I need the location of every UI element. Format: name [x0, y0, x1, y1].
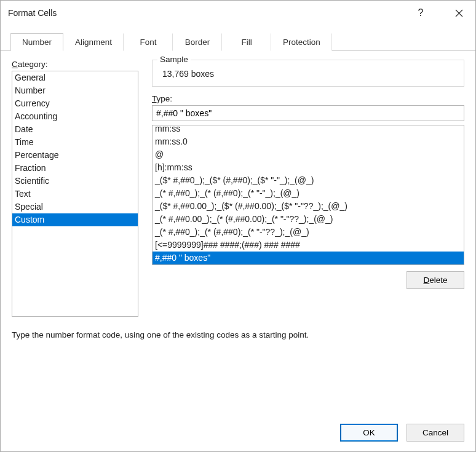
category-item[interactable]: Text	[12, 188, 138, 200]
category-item[interactable]: Number	[12, 84, 138, 97]
tab-number[interactable]: Number	[10, 33, 63, 51]
sample-value: 13,769 boxes	[160, 69, 456, 79]
category-item[interactable]: Time	[12, 136, 138, 149]
format-code-item[interactable]: [<=9999999]### ####;(###) ### ####	[153, 239, 464, 252]
category-label: Category:	[12, 60, 138, 69]
sample-group: Sample 13,769 boxes	[152, 60, 464, 87]
tab-strip: NumberAlignmentFontBorderFillProtection	[1, 33, 475, 51]
tab-protection[interactable]: Protection	[271, 33, 332, 51]
dialog-title: Format Cells	[8, 8, 57, 18]
tab-content-number: Category: GeneralNumberCurrencyAccountin…	[1, 51, 475, 339]
type-input[interactable]	[152, 105, 464, 121]
category-item[interactable]: Percentage	[12, 149, 138, 162]
category-item[interactable]: Fraction	[12, 162, 138, 175]
category-item[interactable]: Special	[12, 200, 138, 213]
hint-text: Type the number format code, using one o…	[12, 330, 464, 339]
tab-border[interactable]: Border	[173, 33, 222, 51]
category-item[interactable]: Date	[12, 123, 138, 136]
format-cells-dialog: Format Cells ? NumberAlignmentFontBorder…	[0, 0, 476, 452]
titlebar: Format Cells ?	[1, 1, 475, 25]
close-button[interactable]	[448, 6, 469, 20]
close-icon	[455, 9, 463, 17]
format-code-item[interactable]: #,##0 " boxes"	[153, 252, 464, 264]
help-icon: ?	[418, 7, 424, 18]
category-item[interactable]: Currency	[12, 97, 138, 110]
format-code-item[interactable]: _(* #,##0.00_);_(* (#,##0.00);_(* "-"??_…	[153, 213, 464, 226]
category-listbox[interactable]: GeneralNumberCurrencyAccountingDateTimeP…	[12, 71, 138, 317]
type-label: Type:	[152, 94, 464, 103]
category-item[interactable]: Scientific	[12, 175, 138, 188]
tab-alignment[interactable]: Alignment	[63, 33, 124, 51]
format-code-item[interactable]: mm:ss	[153, 125, 464, 135]
category-item[interactable]: Accounting	[12, 110, 138, 123]
tab-fill[interactable]: Fill	[222, 33, 271, 51]
format-code-item[interactable]: _(* #,##0_);_(* (#,##0);_(* "-"??_);_(@_…	[153, 226, 464, 239]
help-button[interactable]: ?	[410, 6, 431, 20]
format-code-listbox[interactable]: mm:ssmm:ss.0@[h]:mm:ss_($* #,##0_);_($* …	[152, 125, 464, 265]
delete-button[interactable]: Delete	[407, 271, 464, 289]
tab-font[interactable]: Font	[124, 33, 173, 51]
cancel-button[interactable]: Cancel	[407, 424, 464, 442]
dialog-footer: OK Cancel	[1, 415, 475, 451]
format-code-item[interactable]: _($* #,##0.00_);_($* (#,##0.00);_($* "-"…	[153, 200, 464, 213]
format-code-item[interactable]: _(* #,##0_);_(* (#,##0);_(* "-"_);_(@_)	[153, 187, 464, 200]
category-item[interactable]: General	[12, 71, 138, 84]
format-code-item[interactable]: mm:ss.0	[153, 135, 464, 148]
format-code-item[interactable]: _($* #,##0_);_($* (#,##0);_($* "-"_);_(@…	[153, 174, 464, 187]
sample-label: Sample	[157, 55, 191, 64]
format-code-item[interactable]: [h]:mm:ss	[153, 161, 464, 174]
format-code-item[interactable]: @	[153, 148, 464, 161]
category-item[interactable]: Custom	[12, 213, 138, 226]
titlebar-controls: ?	[410, 6, 469, 20]
ok-button[interactable]: OK	[340, 424, 398, 442]
